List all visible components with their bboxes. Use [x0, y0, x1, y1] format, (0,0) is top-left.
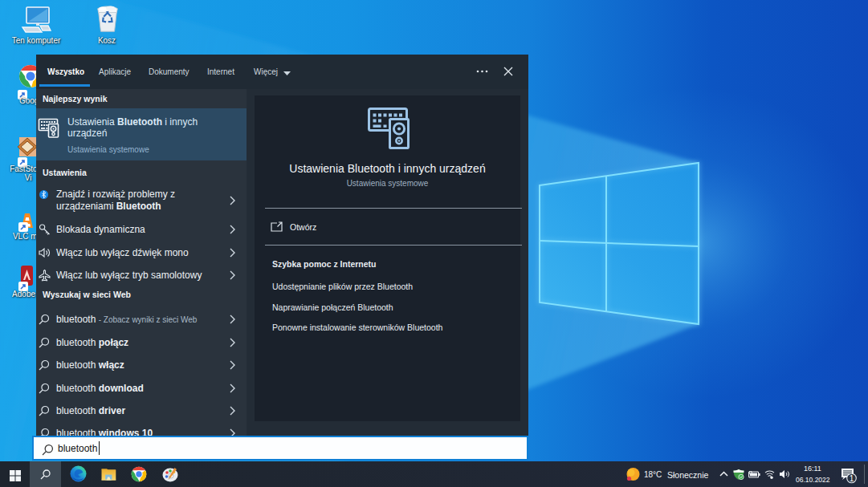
svg-text:1: 1	[850, 474, 854, 483]
